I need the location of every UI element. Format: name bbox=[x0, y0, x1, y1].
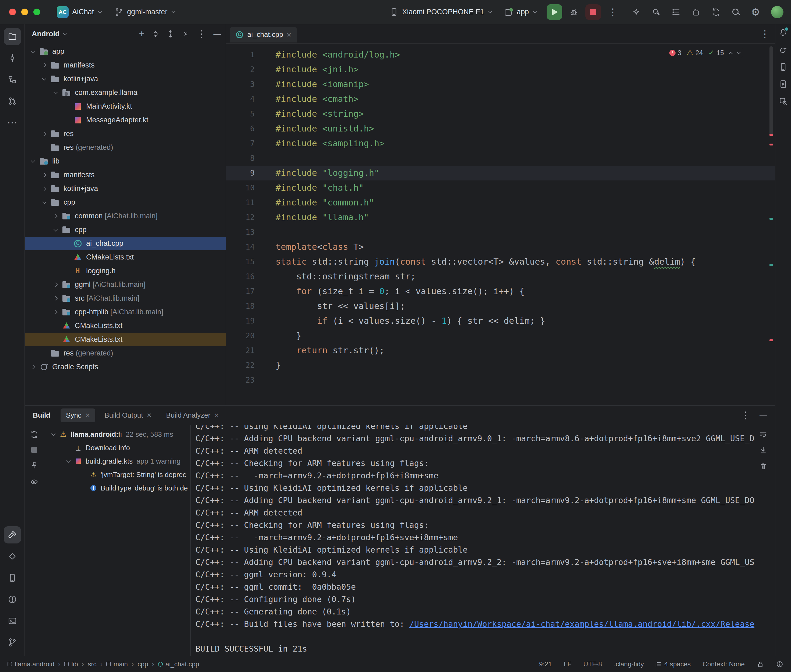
minimize-window-icon[interactable] bbox=[21, 9, 28, 15]
run-configuration-selector[interactable]: app bbox=[502, 6, 540, 19]
locate-file-icon[interactable] bbox=[151, 30, 160, 38]
search-everywhere-icon[interactable] bbox=[731, 8, 740, 17]
pin-icon[interactable] bbox=[30, 461, 39, 469]
code-line-2[interactable]: 2#include <jni.h> bbox=[226, 62, 775, 77]
soft-wrap-icon[interactable] bbox=[759, 430, 768, 438]
code-line-17[interactable]: 17 for (size_t i = 0; i < values.size();… bbox=[226, 284, 775, 299]
project-widget[interactable]: AC AiChat bbox=[54, 4, 105, 20]
code-line-15[interactable]: 15static std::string join(const std::vec… bbox=[226, 254, 775, 269]
tree-chevron-icon[interactable] bbox=[51, 291, 61, 305]
version-control-icon[interactable] bbox=[4, 634, 21, 651]
device-manager-icon[interactable] bbox=[779, 62, 788, 72]
tab-sync[interactable]: Sync× bbox=[61, 408, 95, 422]
error-stripe-mark[interactable] bbox=[770, 144, 773, 146]
tree-item-ggml[interactable]: ggml [AiChat.lib.main] bbox=[25, 278, 226, 291]
debug-button[interactable] bbox=[569, 8, 578, 17]
tab-build-analyzer[interactable]: Build Analyzer× bbox=[160, 408, 224, 422]
error-stripe-mark[interactable] bbox=[770, 134, 773, 136]
tree-chevron-icon[interactable] bbox=[29, 45, 38, 58]
code-line-10[interactable]: 10#include "chat.h" bbox=[226, 181, 775, 195]
context-widget[interactable]: Context: None bbox=[703, 661, 745, 668]
tree-chevron-icon[interactable] bbox=[49, 427, 59, 441]
show-details-icon[interactable] bbox=[30, 478, 39, 486]
clear-console-icon[interactable] bbox=[759, 462, 768, 470]
panel-options-icon[interactable]: ⋮ bbox=[197, 29, 207, 39]
breadcrumb-llama-android[interactable]: llama.android bbox=[8, 661, 55, 668]
tree-item-ai-chat-cpp[interactable]: ai_chat.cpp bbox=[25, 237, 226, 250]
code-line-18[interactable]: 18 str << values[i]; bbox=[226, 299, 775, 314]
tree-chevron-icon[interactable] bbox=[40, 127, 50, 141]
tree-item-src[interactable]: src [AiChat.lib.main] bbox=[25, 291, 226, 305]
tree-item-cmakelists-txt[interactable]: CMakeLists.txt bbox=[25, 319, 226, 333]
expand-all-icon[interactable] bbox=[167, 30, 175, 38]
previous-problem-icon[interactable] bbox=[729, 52, 733, 55]
code-line-20[interactable]: 20 } bbox=[226, 328, 775, 343]
hide-panel-icon[interactable]: — bbox=[213, 30, 221, 38]
commit-toolwindow-icon[interactable] bbox=[4, 50, 21, 67]
tree-item-manifests[interactable]: manifests bbox=[25, 168, 226, 182]
code-line-16[interactable]: 16 std::ostringstream str; bbox=[226, 269, 775, 284]
caret-position-widget[interactable]: 9:21 bbox=[539, 661, 552, 668]
breadcrumb-lib[interactable]: lib bbox=[64, 661, 78, 668]
tree-item-cmakelists-txt[interactable]: CMakeLists.txt bbox=[25, 333, 226, 346]
tree-item-messageadapter-kt[interactable]: MessageAdapter.kt bbox=[25, 113, 226, 127]
tree-item-com-example-llama[interactable]: com.example.llama bbox=[25, 86, 226, 99]
code-line-23[interactable]: 23 bbox=[226, 373, 775, 387]
terminal-toolwindow-icon[interactable] bbox=[4, 612, 21, 629]
build-tree-item-jvmtarget-string-is-deprec[interactable]: 'jvmTarget: String' is deprec bbox=[43, 468, 190, 482]
project-toolwindow-icon[interactable] bbox=[4, 28, 21, 45]
tree-item-app[interactable]: app bbox=[25, 45, 226, 58]
breadcrumb-cpp[interactable]: cpp bbox=[138, 661, 148, 668]
breadcrumb-main[interactable]: main bbox=[106, 661, 128, 668]
tree-chevron-icon[interactable] bbox=[51, 209, 61, 223]
tree-item-cpp-httplib[interactable]: cpp-httplib [AiChat.lib.main] bbox=[25, 305, 226, 319]
run-button[interactable] bbox=[547, 4, 562, 20]
more-actions-icon[interactable]: ⋮ bbox=[608, 7, 618, 17]
tree-chevron-icon[interactable] bbox=[51, 223, 61, 237]
structure-toolwindow-icon[interactable] bbox=[4, 71, 21, 88]
next-problem-icon[interactable] bbox=[737, 50, 741, 54]
code-line-7[interactable]: 7#include <sampling.h> bbox=[226, 136, 775, 151]
editor-tab-ai-chat-cpp[interactable]: ai_chat.cpp × bbox=[230, 27, 297, 43]
breadcrumb-ai-chat-cpp[interactable]: ai_chat.cpp bbox=[158, 661, 199, 668]
tree-item-common[interactable]: common [AiChat.lib.main] bbox=[25, 209, 226, 223]
problems-toolwindow-icon[interactable] bbox=[4, 591, 21, 608]
inspections-widget[interactable]: 3 24 15 bbox=[667, 48, 743, 58]
stop-sync-icon[interactable] bbox=[31, 447, 37, 453]
profile-avatar[interactable] bbox=[771, 6, 783, 18]
tree-chevron-icon[interactable] bbox=[51, 86, 61, 99]
device-explorer-icon[interactable] bbox=[4, 569, 21, 587]
breadcrumb-src[interactable]: src bbox=[88, 661, 96, 668]
change-stripe-mark[interactable] bbox=[770, 218, 773, 220]
build-tree-item-llama-android[interactable]: llama.android: fi 22 sec, 583 ms bbox=[43, 427, 190, 441]
code-line-5[interactable]: 5#include <string> bbox=[226, 107, 775, 121]
tree-item-mainactivity-kt[interactable]: MainActivity.kt bbox=[25, 99, 226, 113]
run-anything-icon[interactable] bbox=[651, 8, 661, 17]
change-stripe-mark[interactable] bbox=[770, 264, 773, 266]
zoom-window-icon[interactable] bbox=[34, 9, 40, 15]
build-output-console[interactable]: C/C++: -- Using KleidiAI optimized kerne… bbox=[190, 425, 775, 656]
tree-item-logging-h[interactable]: logging.h bbox=[25, 264, 226, 278]
code-line-19[interactable]: 19 if (i < values.size() - 1) { str << d… bbox=[226, 314, 775, 328]
tree-chevron-icon[interactable] bbox=[29, 360, 38, 374]
hide-build-panel-icon[interactable]: — bbox=[759, 411, 767, 419]
running-devices-icon[interactable] bbox=[779, 80, 788, 89]
collapse-all-icon[interactable] bbox=[182, 30, 190, 38]
code-editor[interactable]: 1#include <android/log.h>2#include <jni.… bbox=[226, 43, 775, 405]
build-output-path-link[interactable]: /Users/hanyin/Workspace/ai-chat/examples… bbox=[409, 619, 754, 629]
settings-gear-icon[interactable]: ⚙ bbox=[751, 7, 761, 17]
todo-list-icon[interactable] bbox=[672, 8, 681, 17]
tree-chevron-icon[interactable] bbox=[40, 58, 50, 72]
indent-widget[interactable]: 4 spaces bbox=[656, 661, 691, 668]
code-line-13[interactable]: 13 bbox=[226, 225, 775, 240]
tree-chevron-icon[interactable] bbox=[40, 182, 50, 195]
tree-chevron-icon[interactable] bbox=[40, 168, 50, 182]
notifications-icon[interactable] bbox=[779, 28, 788, 37]
tree-item-manifests[interactable]: manifests bbox=[25, 58, 226, 72]
error-stripe-mark[interactable] bbox=[770, 339, 773, 341]
code-line-6[interactable]: 6#include <unistd.h> bbox=[226, 121, 775, 136]
tree-item-res[interactable]: res bbox=[25, 127, 226, 141]
tree-chevron-icon[interactable] bbox=[51, 278, 61, 291]
code-line-14[interactable]: 14template<class T> bbox=[226, 240, 775, 254]
close-tab-icon[interactable]: × bbox=[147, 411, 151, 419]
